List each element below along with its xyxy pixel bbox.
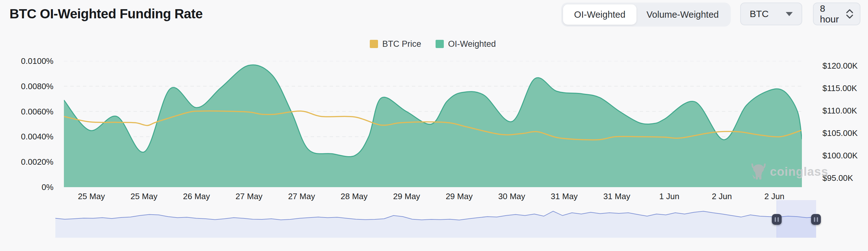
oi-weighted-swatch-icon bbox=[436, 40, 444, 48]
x-axis-tick: 26 May bbox=[183, 192, 210, 201]
x-axis-tick: 25 May bbox=[130, 192, 157, 201]
x-axis-tick: 27 May bbox=[288, 192, 315, 201]
btc-price-swatch-icon bbox=[370, 40, 378, 48]
pause-bar-icon bbox=[814, 217, 815, 222]
y-left-tick: 0.0100% bbox=[21, 56, 54, 66]
pause-bar-icon bbox=[778, 217, 779, 222]
y-left-tick: 0% bbox=[41, 182, 54, 192]
y-left-tick: 0.0020% bbox=[21, 157, 54, 167]
x-axis-tick: 29 May bbox=[393, 192, 420, 201]
y-left-tick: 0.0080% bbox=[21, 81, 54, 91]
legend-item-oi-weighted[interactable]: OI-Weighted bbox=[436, 39, 496, 49]
y-right-tick: $105.00K bbox=[823, 128, 858, 138]
x-axis-tick: 31 May bbox=[603, 192, 630, 201]
weighting-segmented-control: OI-Weighted Volume-Weighted bbox=[561, 3, 731, 27]
funding-rate-area-chart bbox=[64, 61, 802, 187]
legend-item-btc-price[interactable]: BTC Price bbox=[370, 39, 421, 49]
y-left-tick: 0.0040% bbox=[21, 132, 54, 142]
interval-select-value: 8 hour bbox=[820, 3, 846, 25]
symbol-select-value: BTC bbox=[750, 8, 769, 19]
tab-oi-weighted[interactable]: OI-Weighted bbox=[563, 4, 637, 25]
y-right-tick: $115.00K bbox=[823, 84, 857, 93]
range-navigator[interactable] bbox=[55, 205, 816, 238]
tab-volume-weighted[interactable]: Volume-Weighted bbox=[637, 4, 729, 25]
symbol-select[interactable]: BTC bbox=[740, 3, 802, 25]
navigator-mini-chart bbox=[55, 205, 816, 238]
x-axis-tick: 28 May bbox=[341, 192, 368, 201]
navigator-left-handle[interactable] bbox=[772, 214, 782, 225]
pause-bar-icon bbox=[775, 217, 776, 222]
coinglass-funding-rate-page: { "header": { "title": "BTC OI-Weighted … bbox=[0, 0, 868, 251]
x-axis-tick: 29 May bbox=[446, 192, 473, 201]
x-axis-tick: 1 Jun bbox=[659, 192, 679, 201]
legend-label-oi-weighted: OI-Weighted bbox=[448, 39, 496, 49]
y-right-tick: $95.00K bbox=[823, 173, 853, 183]
chevron-down-icon bbox=[786, 12, 793, 16]
up-down-stepper-icon bbox=[846, 9, 854, 19]
navigator-selected-range[interactable] bbox=[777, 200, 816, 238]
navigator-right-handle[interactable] bbox=[811, 214, 821, 225]
x-axis-tick: 31 May bbox=[551, 192, 578, 201]
x-axis-tick: 25 May bbox=[78, 192, 105, 201]
legend-label-btc-price: BTC Price bbox=[382, 39, 421, 49]
main-chart-plot[interactable] bbox=[64, 61, 802, 187]
y-right-tick: $120.00K bbox=[823, 61, 858, 71]
pause-bar-icon bbox=[817, 217, 818, 222]
x-axis-tick: 30 May bbox=[498, 192, 525, 201]
y-right-tick: $110.00K bbox=[823, 106, 857, 116]
x-axis-tick: 2 Jun bbox=[712, 192, 732, 201]
x-axis-tick: 27 May bbox=[236, 192, 262, 201]
interval-select[interactable]: 8 hour bbox=[813, 3, 860, 25]
page-title: BTC OI-Weighted Funding Rate bbox=[9, 6, 203, 22]
y-left-tick: 0.0060% bbox=[21, 106, 54, 116]
y-right-tick: $100.00K bbox=[823, 151, 858, 161]
chart-legend: BTC Price OI-Weighted bbox=[64, 37, 802, 51]
